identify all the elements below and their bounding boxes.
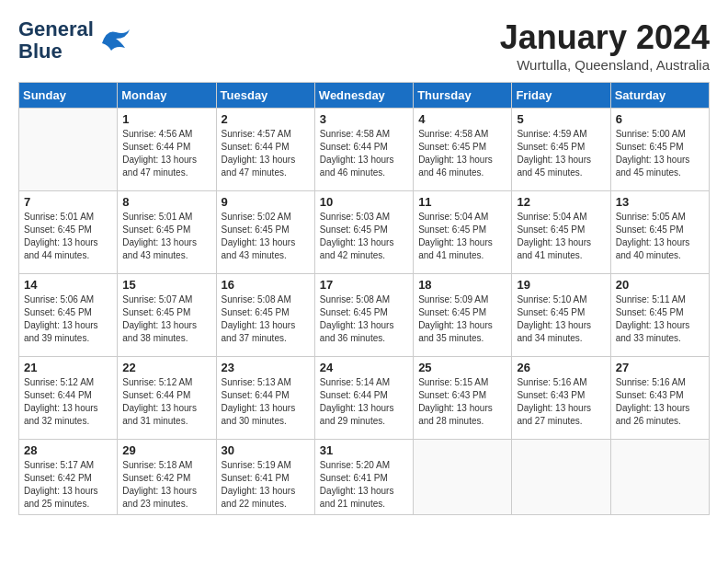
cell-sun-info: Sunrise: 4:57 AMSunset: 6:44 PMDaylight:… (222, 129, 296, 178)
cell-sun-info: Sunrise: 4:58 AMSunset: 6:45 PMDaylight:… (418, 129, 493, 178)
cell-sun-info: Sunrise: 5:08 AMSunset: 6:45 PMDaylight:… (320, 294, 394, 343)
cell-sun-info: Sunrise: 5:18 AMSunset: 6:42 PMDaylight:… (122, 460, 197, 509)
cell-sun-info: Sunrise: 4:59 AMSunset: 6:45 PMDaylight:… (517, 129, 591, 178)
calendar-cell: 7 Sunrise: 5:01 AMSunset: 6:45 PMDayligh… (19, 191, 118, 274)
day-number: 23 (222, 361, 310, 374)
day-number: 18 (418, 278, 506, 292)
cell-sun-info: Sunrise: 5:10 AMSunset: 6:45 PMDaylight:… (517, 294, 591, 343)
cell-sun-info: Sunrise: 4:56 AMSunset: 6:44 PMDaylight:… (122, 129, 197, 178)
calendar-cell (512, 440, 610, 515)
calendar-cell: 8 Sunrise: 5:01 AMSunset: 6:45 PMDayligh… (118, 191, 216, 274)
day-number: 1 (122, 112, 210, 126)
day-number: 31 (320, 443, 408, 457)
calendar-cell: 4 Sunrise: 4:58 AMSunset: 6:45 PMDayligh… (414, 109, 512, 191)
logo-text: GeneralBlue (18, 18, 94, 63)
day-number: 12 (517, 195, 605, 209)
calendar-week-row: 7 Sunrise: 5:01 AMSunset: 6:45 PMDayligh… (19, 191, 710, 274)
day-number: 9 (222, 195, 310, 209)
cell-sun-info: Sunrise: 5:05 AMSunset: 6:45 PMDaylight:… (616, 212, 690, 260)
calendar-week-row: 28 Sunrise: 5:17 AMSunset: 6:42 PMDaylig… (19, 440, 710, 515)
cell-sun-info: Sunrise: 5:11 AMSunset: 6:45 PMDaylight:… (616, 294, 690, 343)
calendar-cell: 14 Sunrise: 5:06 AMSunset: 6:45 PMDaylig… (19, 274, 118, 357)
cell-sun-info: Sunrise: 5:12 AMSunset: 6:44 PMDaylight:… (24, 377, 98, 426)
calendar-table: SundayMondayTuesdayWednesdayThursdayFrid… (18, 82, 710, 515)
day-number: 10 (320, 195, 408, 209)
weekday-header: Thursday (414, 83, 512, 109)
calendar-cell (19, 109, 118, 191)
calendar-cell: 24 Sunrise: 5:14 AMSunset: 6:44 PMDaylig… (314, 357, 413, 440)
day-number: 7 (24, 195, 112, 209)
calendar-cell: 6 Sunrise: 5:00 AMSunset: 6:45 PMDayligh… (610, 109, 709, 191)
calendar-week-row: 14 Sunrise: 5:06 AMSunset: 6:45 PMDaylig… (19, 274, 710, 357)
cell-sun-info: Sunrise: 5:01 AMSunset: 6:45 PMDaylight:… (24, 212, 98, 260)
cell-sun-info: Sunrise: 5:16 AMSunset: 6:43 PMDaylight:… (517, 377, 591, 426)
day-number: 17 (320, 278, 408, 292)
calendar-cell: 26 Sunrise: 5:16 AMSunset: 6:43 PMDaylig… (512, 357, 610, 440)
calendar-cell: 17 Sunrise: 5:08 AMSunset: 6:45 PMDaylig… (314, 274, 413, 357)
day-number: 20 (616, 278, 704, 292)
logo: GeneralBlue (18, 18, 134, 63)
cell-sun-info: Sunrise: 5:03 AMSunset: 6:45 PMDaylight:… (320, 212, 394, 260)
cell-sun-info: Sunrise: 5:13 AMSunset: 6:44 PMDaylight:… (222, 377, 296, 426)
calendar-cell: 19 Sunrise: 5:10 AMSunset: 6:45 PMDaylig… (512, 274, 610, 357)
weekday-header: Sunday (19, 83, 118, 109)
day-number: 30 (222, 443, 310, 457)
cell-sun-info: Sunrise: 5:08 AMSunset: 6:45 PMDaylight:… (222, 294, 296, 343)
calendar-cell: 15 Sunrise: 5:07 AMSunset: 6:45 PMDaylig… (118, 274, 216, 357)
day-number: 8 (122, 195, 210, 209)
calendar-cell: 11 Sunrise: 5:04 AMSunset: 6:45 PMDaylig… (414, 191, 512, 274)
cell-sun-info: Sunrise: 5:07 AMSunset: 6:45 PMDaylight:… (122, 294, 197, 343)
calendar-cell: 1 Sunrise: 4:56 AMSunset: 6:44 PMDayligh… (118, 109, 216, 191)
calendar-cell: 23 Sunrise: 5:13 AMSunset: 6:44 PMDaylig… (216, 357, 314, 440)
calendar-cell: 13 Sunrise: 5:05 AMSunset: 6:45 PMDaylig… (610, 191, 709, 274)
title-block: January 2024 Wurtulla, Queensland, Austr… (500, 18, 710, 73)
weekday-header: Tuesday (216, 83, 314, 109)
day-number: 5 (517, 112, 605, 126)
day-number: 14 (24, 278, 112, 292)
day-number: 25 (418, 361, 506, 374)
day-number: 27 (616, 361, 704, 374)
calendar-cell: 3 Sunrise: 4:58 AMSunset: 6:44 PMDayligh… (314, 109, 413, 191)
logo-bird-icon (97, 25, 134, 57)
day-number: 16 (222, 278, 310, 292)
calendar-cell: 12 Sunrise: 5:04 AMSunset: 6:45 PMDaylig… (512, 191, 610, 274)
weekday-header: Friday (512, 83, 610, 109)
calendar-cell: 20 Sunrise: 5:11 AMSunset: 6:45 PMDaylig… (610, 274, 709, 357)
day-number: 24 (320, 361, 408, 374)
day-number: 2 (222, 112, 310, 126)
cell-sun-info: Sunrise: 5:15 AMSunset: 6:43 PMDaylight:… (418, 377, 493, 426)
location-subtitle: Wurtulla, Queensland, Australia (500, 57, 710, 73)
calendar-cell (414, 440, 512, 515)
weekday-header: Monday (118, 83, 216, 109)
calendar-week-row: 21 Sunrise: 5:12 AMSunset: 6:44 PMDaylig… (19, 357, 710, 440)
calendar-cell: 28 Sunrise: 5:17 AMSunset: 6:42 PMDaylig… (19, 440, 118, 515)
day-number: 29 (122, 443, 210, 457)
day-number: 11 (418, 195, 506, 209)
calendar-cell: 10 Sunrise: 5:03 AMSunset: 6:45 PMDaylig… (314, 191, 413, 274)
day-number: 6 (616, 112, 704, 126)
cell-sun-info: Sunrise: 5:12 AMSunset: 6:44 PMDaylight:… (122, 377, 197, 426)
day-number: 13 (616, 195, 704, 209)
cell-sun-info: Sunrise: 5:06 AMSunset: 6:45 PMDaylight:… (24, 294, 98, 343)
calendar-cell: 18 Sunrise: 5:09 AMSunset: 6:45 PMDaylig… (414, 274, 512, 357)
calendar-cell: 29 Sunrise: 5:18 AMSunset: 6:42 PMDaylig… (118, 440, 216, 515)
cell-sun-info: Sunrise: 5:04 AMSunset: 6:45 PMDaylight:… (418, 212, 493, 260)
cell-sun-info: Sunrise: 5:04 AMSunset: 6:45 PMDaylight:… (517, 212, 591, 260)
cell-sun-info: Sunrise: 5:20 AMSunset: 6:41 PMDaylight:… (320, 460, 394, 509)
month-year-title: January 2024 (500, 18, 710, 57)
calendar-cell: 9 Sunrise: 5:02 AMSunset: 6:45 PMDayligh… (216, 191, 314, 274)
day-number: 28 (24, 443, 112, 457)
cell-sun-info: Sunrise: 5:16 AMSunset: 6:43 PMDaylight:… (616, 377, 690, 426)
cell-sun-info: Sunrise: 5:17 AMSunset: 6:42 PMDaylight:… (24, 460, 98, 509)
cell-sun-info: Sunrise: 4:58 AMSunset: 6:44 PMDaylight:… (320, 129, 394, 178)
day-number: 3 (320, 112, 408, 126)
cell-sun-info: Sunrise: 5:09 AMSunset: 6:45 PMDaylight:… (418, 294, 493, 343)
cell-sun-info: Sunrise: 5:00 AMSunset: 6:45 PMDaylight:… (616, 129, 690, 178)
calendar-cell: 27 Sunrise: 5:16 AMSunset: 6:43 PMDaylig… (610, 357, 709, 440)
day-number: 22 (122, 361, 210, 374)
page-header: GeneralBlue January 2024 Wurtulla, Queen… (18, 18, 710, 73)
calendar-cell: 21 Sunrise: 5:12 AMSunset: 6:44 PMDaylig… (19, 357, 118, 440)
calendar-cell: 2 Sunrise: 4:57 AMSunset: 6:44 PMDayligh… (216, 109, 314, 191)
cell-sun-info: Sunrise: 5:02 AMSunset: 6:45 PMDaylight:… (222, 212, 296, 260)
cell-sun-info: Sunrise: 5:19 AMSunset: 6:41 PMDaylight:… (222, 460, 296, 509)
